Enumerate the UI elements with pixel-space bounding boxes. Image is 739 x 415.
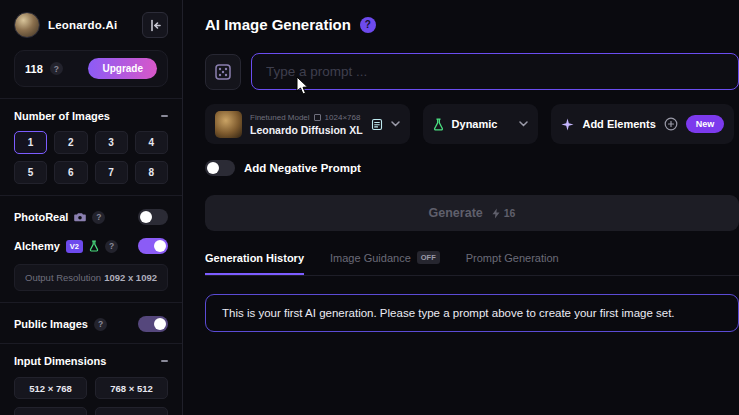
number-of-images-grid: 1 2 3 4 5 6 7 8	[14, 131, 168, 184]
dimension-option-1024x768[interactable]: 1024 × 768	[14, 407, 87, 415]
chevron-down-icon	[519, 121, 528, 127]
random-prompt-button[interactable]	[205, 54, 241, 90]
negative-prompt-row: Add Negative Prompt	[205, 160, 739, 176]
divider	[0, 195, 182, 196]
number-of-images-label: Number of Images	[14, 110, 110, 122]
alchemy-row: Alchemy V2 ?	[14, 238, 168, 254]
toggle-knob	[154, 240, 166, 252]
collapse-sidebar-icon	[149, 19, 162, 32]
tab-label: Prompt Generation	[466, 252, 559, 264]
alchemy-toggle[interactable]	[138, 238, 168, 254]
tab-label: Image Guidance	[330, 252, 411, 264]
generate-cost-value: 16	[504, 207, 516, 219]
output-resolution-box: Output Resolution 1092 x 1092	[14, 264, 168, 291]
flask-icon	[89, 240, 99, 252]
model-name: Leonardo Diffusion XL	[250, 124, 363, 136]
num-images-option-5[interactable]: 5	[14, 161, 47, 184]
toggle-knob	[207, 162, 219, 174]
generate-cost: 16	[491, 207, 516, 219]
tokens-help-icon[interactable]: ?	[50, 62, 63, 75]
dimension-option-768x512[interactable]: 768 × 512	[95, 377, 168, 399]
photoreal-toggle[interactable]	[138, 209, 168, 225]
public-images-toggle[interactable]	[138, 316, 168, 332]
user-avatar[interactable]	[14, 12, 40, 38]
model-selector-label: Finetuned Model	[250, 113, 310, 122]
sparkle-icon	[561, 118, 574, 131]
negative-prompt-label: Add Negative Prompt	[244, 162, 361, 174]
num-images-option-7[interactable]: 7	[95, 161, 128, 184]
collapse-section-icon	[161, 360, 168, 362]
tab-image-guidance[interactable]: Image Guidance OFF	[330, 251, 440, 275]
app-root: Leonardo.Ai 118 ? Upgrade Number of Imag…	[0, 0, 739, 415]
page-help-icon[interactable]: ?	[360, 17, 376, 33]
num-images-option-1[interactable]: 1	[14, 131, 47, 154]
public-images-help-icon[interactable]: ?	[94, 318, 107, 331]
generate-button[interactable]: Generate 16	[205, 195, 739, 231]
dice-icon	[214, 63, 232, 81]
upgrade-button[interactable]: Upgrade	[88, 58, 157, 79]
chevron-down-icon	[391, 121, 400, 127]
tab-generation-history[interactable]: Generation History	[205, 252, 304, 275]
num-images-option-2[interactable]: 2	[54, 131, 87, 154]
public-images-label: Public Images	[14, 318, 88, 330]
num-images-option-8[interactable]: 8	[135, 161, 168, 184]
model-meta: Finetuned Model 1024×768 Leonardo Diffus…	[250, 113, 363, 136]
style-value: Dynamic	[452, 118, 498, 130]
main-content: AI Image Generation ? Finetuned Model 10…	[183, 0, 739, 415]
collapse-section-icon	[161, 115, 168, 117]
alchemy-help-icon[interactable]: ?	[105, 240, 118, 253]
flask-icon	[433, 118, 444, 131]
photoreal-help-icon[interactable]: ?	[92, 211, 105, 224]
generate-label: Generate	[429, 206, 483, 220]
note-icon	[371, 118, 383, 131]
num-images-option-3[interactable]: 3	[95, 131, 128, 154]
plus-circle-icon	[664, 117, 678, 131]
input-dimensions-grid: 512 × 768 768 × 512 1024 × 768 768 × 102…	[14, 377, 168, 415]
dimension-option-512x768[interactable]: 512 × 768	[14, 377, 87, 399]
first-generation-notice: This is your first AI generation. Please…	[205, 294, 739, 332]
divider	[0, 98, 182, 99]
alchemy-version-badge: V2	[66, 240, 83, 253]
off-badge: OFF	[417, 251, 440, 264]
photoreal-row: PhotoReal ?	[14, 209, 168, 225]
tab-bar: Generation History Image Guidance OFF Pr…	[205, 251, 739, 276]
model-selector[interactable]: Finetuned Model 1024×768 Leonardo Diffus…	[205, 104, 410, 144]
add-elements-button[interactable]: Add Elements New	[551, 104, 734, 144]
style-selector[interactable]: Dynamic	[423, 104, 539, 144]
public-images-row: Public Images ?	[14, 316, 168, 332]
output-resolution-label: Output Resolution	[25, 272, 101, 283]
dimensions-icon	[314, 114, 321, 121]
alchemy-label: Alchemy	[14, 240, 60, 252]
token-row: 118 ? Upgrade	[14, 50, 168, 87]
controls-row: Finetuned Model 1024×768 Leonardo Diffus…	[205, 104, 739, 144]
token-count: 118	[25, 63, 43, 75]
dimension-option-768x1024[interactable]: 768 × 1024	[95, 407, 168, 415]
input-dimensions-label: Input Dimensions	[14, 355, 106, 367]
tab-prompt-generation[interactable]: Prompt Generation	[466, 252, 559, 275]
add-elements-label: Add Elements	[582, 118, 655, 130]
model-resolution: 1024×768	[325, 113, 361, 122]
divider	[0, 302, 182, 303]
output-resolution-value: 1092 x 1092	[104, 272, 157, 283]
input-dimensions-header[interactable]: Input Dimensions	[14, 355, 168, 367]
tab-label: Generation History	[205, 252, 304, 264]
brand-name: Leonardo.Ai	[48, 19, 117, 31]
prompt-input[interactable]	[251, 53, 739, 90]
sidebar: Leonardo.Ai 118 ? Upgrade Number of Imag…	[0, 0, 183, 415]
token-cost-icon	[491, 208, 501, 219]
photoreal-label: PhotoReal	[14, 211, 68, 223]
negative-prompt-toggle[interactable]	[205, 160, 235, 176]
num-images-option-6[interactable]: 6	[54, 161, 87, 184]
model-thumbnail	[215, 111, 242, 138]
number-of-images-header[interactable]: Number of Images	[14, 110, 168, 122]
num-images-option-4[interactable]: 4	[135, 131, 168, 154]
new-feature-badge: New	[686, 115, 725, 133]
sidebar-header: Leonardo.Ai	[14, 12, 168, 50]
camera-icon	[74, 212, 86, 222]
page-title: AI Image Generation	[205, 16, 351, 33]
toggle-knob	[140, 211, 152, 223]
toggle-knob	[154, 318, 166, 330]
divider	[0, 343, 182, 344]
title-row: AI Image Generation ?	[205, 16, 739, 33]
collapse-sidebar-button[interactable]	[142, 12, 168, 38]
